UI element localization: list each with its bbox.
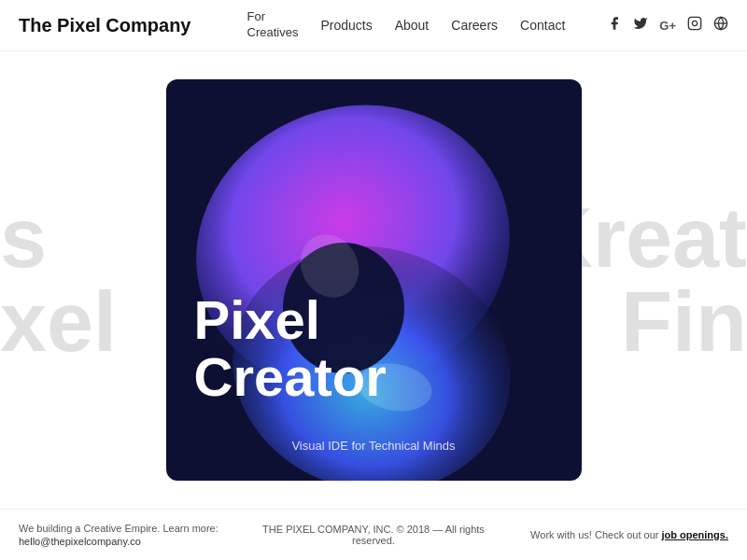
main-content: s xel [0,51,747,509]
footer-jobs-link[interactable]: job openings. [661,529,728,540]
nav-for-creatives[interactable]: For Creatives [247,9,299,41]
footer-email[interactable]: hello@thepixelcompany.co [19,536,255,547]
site-logo[interactable]: The Pixel Company [19,15,191,36]
footer-jobs-prefix: Work with us! Check out our [530,529,661,540]
nav-for-creatives-line1: For [247,9,299,25]
nav-products[interactable]: Products [320,18,372,33]
footer-left: We building a Creative Empire. Learn mor… [19,523,255,547]
nav-contact[interactable]: Contact [520,18,565,33]
nav-about[interactable]: About [395,18,430,33]
site-header: The Pixel Company For Creatives Products… [0,0,747,51]
product-card[interactable]: Pixel Creator Visual IDE for Technical M… [166,79,582,481]
site-footer: We building a Creative Empire. Learn mor… [0,509,747,560]
main-nav: For Creatives Products About Careers Con… [247,9,608,41]
footer-tagline: We building a Creative Empire. Learn mor… [19,523,255,534]
instagram-icon[interactable] [687,16,702,35]
card-title: Pixel Creator [194,292,554,406]
twitter-icon[interactable] [633,16,648,35]
footer-copyright: THE PIXEL COMPANY, INC. © 2018 — All rig… [255,524,491,546]
card-subtitle: Visual IDE for Technical Minds [166,439,582,453]
social-icons: G+ [607,16,728,35]
ghost-text-left: s xel [0,196,117,364]
facebook-icon[interactable] [607,16,622,35]
nav-careers[interactable]: Careers [451,18,498,33]
googleplus-icon[interactable]: G+ [659,19,676,33]
svg-rect-0 [688,17,700,29]
footer-right: Work with us! Check out our job openings… [492,529,728,540]
web-icon[interactable] [713,16,728,35]
nav-for-creatives-line2: Creatives [247,25,299,41]
